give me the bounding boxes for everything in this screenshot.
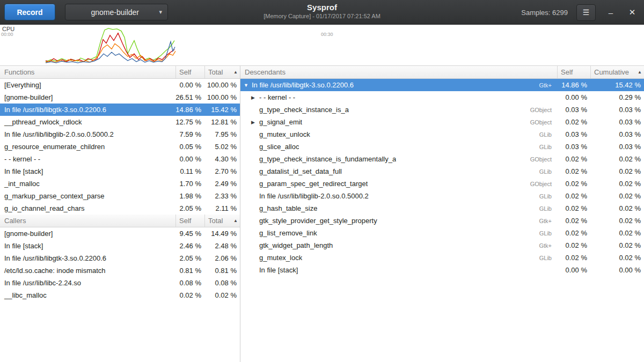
expander-icon[interactable] [251,95,259,100]
total-percent: 0.08 % [204,279,240,287]
self-percent: 26.51 % [175,93,204,101]
table-row[interactable]: gtk_widget_path_length Gtk+ 0.02 % 0.02 … [240,239,644,252]
table-row[interactable]: /etc/ld.so.cache: inode mismatch 0.81 % … [0,264,240,277]
table-row[interactable]: [Everything] 0.00 % 100.00 % [0,79,240,91]
self-percent: 0.00 % [557,266,590,274]
self-percent: 0.00 % [557,93,590,101]
cumulative-column-header[interactable]: Cumulative ▲ [590,66,644,78]
self-percent: 0.02 % [557,192,590,200]
table-row[interactable]: - - kernel - - 0.00 % 0.29 % [240,91,644,104]
self-column-header[interactable]: Self [175,215,204,227]
function-name: gtk_widget_path_length [259,241,333,249]
table-row[interactable]: In file [stack] 0.00 % 0.00 % [240,264,644,276]
table-row[interactable]: g_slice_alloc GLib 0.03 % 0.03 % [240,141,644,153]
self-percent: 0.03 % [557,106,590,114]
cumulative-percent: 0.02 % [590,204,644,212]
self-percent: 0.08 % [175,279,204,287]
table-row[interactable]: g_type_check_instance_is_a GObject 0.03 … [240,104,644,116]
table-row[interactable]: In file /usr/lib/libgtk-3.so.0.2200.6 2.… [0,252,240,264]
cumulative-percent: 0.02 % [590,155,644,163]
table-row[interactable]: In file /usr/lib/libglib-2.0.so.0.5000.2… [240,190,644,202]
functions-column-header[interactable]: Functions [0,66,175,78]
self-column-header[interactable]: Self [175,66,204,78]
library-tag: GLib [539,230,557,237]
table-row[interactable]: In file [stack] 0.11 % 2.70 % [0,165,240,178]
table-row[interactable]: In file /usr/lib/libgtk-3.so.0.2200.6 14… [0,104,240,116]
table-row[interactable]: In file /usr/lib/libc-2.24.so 0.08 % 0.0… [0,277,240,289]
table-row[interactable]: g_type_check_instance_is_fundamentally_a… [240,153,644,165]
function-name: g_slice_alloc [259,143,299,151]
table-row[interactable]: gtk_style_provider_get_style_property Gt… [240,215,644,227]
total-percent: 2.06 % [204,254,240,262]
function-name: g_param_spec_get_redirect_target [259,180,368,188]
table-row[interactable]: In file [stack] 2.46 % 2.48 % [0,240,240,252]
total-percent: 2.33 % [204,192,240,200]
descendants-column-header[interactable]: Descendants [240,66,557,78]
table-row[interactable]: [gnome-builder] 9.45 % 14.49 % [0,227,240,240]
total-column-header[interactable]: Total ▲ [204,215,240,227]
table-row[interactable]: g_datalist_id_set_data_full GLib 0.02 % … [240,165,644,178]
function-name: g_type_check_instance_is_fundamentally_a [259,155,396,163]
cumulative-percent: 0.02 % [590,180,644,188]
table-row[interactable]: g_list_remove_link GLib 0.02 % 0.02 % [240,227,644,239]
callers-header-row: Callers Self Total ▲ [0,215,240,227]
function-name: g_io_channel_read_chars [0,204,175,212]
table-row[interactable]: g_resource_enumerate_children 0.05 % 5.0… [0,141,240,153]
table-row[interactable]: g_io_channel_read_chars 2.05 % 2.11 % [0,202,240,215]
library-tag: GLib [539,255,557,261]
minimize-button[interactable]: – [604,6,617,19]
table-row[interactable]: - - kernel - - 0.00 % 4.30 % [0,153,240,165]
cpu-graph[interactable]: CPU 00:00 00:30 [0,25,644,66]
cumulative-percent: 0.02 % [590,229,644,237]
total-percent: 100.00 % [204,81,240,89]
cumulative-percent: 0.29 % [590,93,644,101]
expander-icon[interactable] [251,120,259,125]
self-column-header[interactable]: Self [557,66,590,78]
cumulative-column-label: Cumulative [594,68,629,76]
library-tag: GObject [530,181,557,187]
cumulative-percent: 0.02 % [590,217,644,225]
self-percent: 0.11 % [175,167,204,175]
table-row[interactable]: g_signal_emit GObject 0.02 % 0.03 % [240,116,644,128]
chevron-down-icon: ▾ [159,9,162,16]
menu-button[interactable]: ☰ [576,4,596,21]
total-column-label: Total [208,217,223,225]
function-name: g_markup_parse_context_parse [0,192,175,200]
target-selector[interactable]: gnome-builder ▾ [65,4,168,20]
table-row[interactable]: [gnome-builder] 26.51 % 100.00 % [0,91,240,104]
library-tag: GLib [539,193,557,200]
table-row[interactable]: g_param_spec_get_redirect_target GObject… [240,178,644,190]
function-name: - - kernel - - [0,155,175,163]
caller-name: In file /usr/lib/libc-2.24.so [0,279,175,287]
table-row[interactable]: _int_malloc 1.70 % 2.49 % [0,178,240,190]
self-percent: 0.02 % [557,217,590,225]
expander-icon[interactable] [244,83,252,88]
table-row[interactable]: In file /usr/lib/libglib-2.0.so.0.5000.2… [0,128,240,141]
self-percent: 12.75 % [175,118,204,126]
function-name: gtk_style_provider_get_style_property [259,217,377,225]
close-button[interactable]: ✕ [626,6,639,19]
table-row[interactable]: g_hash_table_size GLib 0.02 % 0.02 % [240,202,644,215]
functions-table: [Everything] 0.00 % 100.00 % [gnome-buil… [0,79,240,215]
total-percent: 0.02 % [204,291,240,299]
function-name: g_signal_emit [259,118,302,126]
library-tag: Gtk+ [539,218,557,224]
cumulative-percent: 0.03 % [590,130,644,138]
callers-column-header[interactable]: Callers [0,215,175,227]
self-percent: 0.02 % [557,167,590,175]
descendant-name-cell: - - kernel - - [240,93,557,101]
table-row[interactable]: In file /usr/lib/libgtk-3.so.0.2200.6 Gt… [240,79,644,91]
table-row[interactable]: g_mutex_lock GLib 0.02 % 0.02 % [240,252,644,264]
table-row[interactable]: __pthread_rwlock_rdlock 12.75 % 12.81 % [0,116,240,128]
table-row[interactable]: __libc_malloc 0.02 % 0.02 % [0,289,240,301]
table-row[interactable]: g_markup_parse_context_parse 1.98 % 2.33… [0,190,240,202]
self-percent: 0.05 % [175,143,204,151]
total-column-header[interactable]: Total ▲ [204,66,240,78]
function-name: In file [stack] [0,167,175,175]
cumulative-percent: 0.02 % [590,241,644,249]
table-row[interactable]: g_mutex_unlock GLib 0.03 % 0.03 % [240,128,644,141]
library-tag: Gtk+ [539,242,557,249]
record-button[interactable]: Record [4,4,55,20]
self-percent: 2.05 % [175,254,204,262]
caller-name: In file /usr/lib/libgtk-3.so.0.2200.6 [0,254,175,262]
